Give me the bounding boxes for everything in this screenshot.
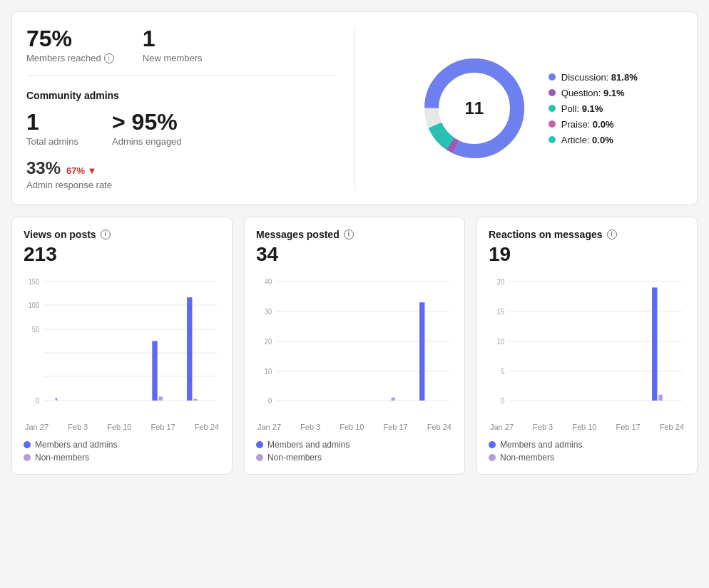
- svg-text:15: 15: [497, 308, 504, 316]
- messages-posted-card: Messages posted i 34 40 30 20 10 0: [244, 217, 465, 475]
- reactions-x-labels: Jan 27 Feb 3 Feb 10 Feb 17 Feb 24: [489, 423, 685, 431]
- svg-text:0: 0: [268, 397, 272, 405]
- new-members-value: 1: [143, 26, 203, 51]
- reactions-card-value: 19: [489, 243, 685, 266]
- svg-text:30: 30: [265, 308, 272, 316]
- messages-chart-svg: 40 30 20 10 0: [256, 274, 453, 417]
- views-nonmembers-dot: [24, 454, 31, 461]
- react-x-label-feb3: Feb 3: [533, 423, 553, 431]
- reactions-info-icon[interactable]: i: [607, 229, 617, 239]
- views-members-dot: [24, 441, 31, 448]
- reactions-chart-svg: 20 15 10 5 0: [489, 274, 685, 417]
- dashboard: 75% Members reached i 1 New members Comm…: [0, 0, 709, 486]
- reactions-card-title: Reactions on messages i: [489, 229, 685, 240]
- msg-x-label-feb24: Feb 24: [427, 423, 452, 431]
- reactions-legend-nonmembers: Non-members: [489, 453, 685, 463]
- views-info-icon[interactable]: i: [101, 229, 111, 239]
- svg-text:20: 20: [265, 338, 272, 346]
- admins-engaged-value: > 95%: [112, 110, 182, 135]
- messages-x-labels: Jan 27 Feb 3 Feb 10 Feb 17 Feb 24: [256, 423, 453, 431]
- views-chart-legend: Members and admins Non-members: [24, 440, 220, 463]
- svg-text:10: 10: [497, 338, 504, 346]
- views-legend-nonmembers: Non-members: [24, 453, 220, 463]
- messages-card-value: 34: [256, 243, 453, 266]
- members-reached-label: Members reached i: [26, 53, 114, 63]
- svg-text:20: 20: [497, 278, 504, 286]
- react-x-label-feb17: Feb 17: [616, 423, 640, 431]
- legend-item-discussion: Discussion: 81.8%: [549, 72, 638, 83]
- svg-text:0: 0: [36, 397, 39, 405]
- views-members-bar-feb17: [152, 341, 157, 401]
- x-label-feb3: Feb 3: [68, 423, 88, 431]
- views-legend-members: Members and admins: [24, 440, 220, 450]
- react-x-label-feb10: Feb 10: [572, 423, 596, 431]
- admin-response-rate-label: Admin response rate: [26, 180, 337, 190]
- svg-text:5: 5: [501, 368, 504, 376]
- admins-engaged-stat: > 95% Admins engaged: [112, 110, 182, 147]
- members-reached-info-icon[interactable]: i: [104, 53, 114, 63]
- donut-chart: 11: [417, 51, 531, 165]
- messages-info-icon[interactable]: i: [344, 229, 354, 239]
- messages-card-title: Messages posted i: [256, 229, 453, 240]
- admin-stats-row: 1 Total admins > 95% Admins engaged: [26, 110, 337, 147]
- reactions-legend-members: Members and admins: [489, 440, 685, 450]
- rate-down-arrow-icon: ▼: [88, 165, 97, 176]
- reactions-chart-area: 20 15 10 5 0: [489, 274, 685, 417]
- views-card-title: Views on posts i: [24, 229, 220, 240]
- legend-label-question: Question: 9.1%: [561, 88, 625, 98]
- views-card-value: 213: [24, 243, 220, 266]
- svg-text:100: 100: [29, 301, 39, 309]
- total-admins-value: 1: [26, 110, 83, 135]
- react-x-label-jan27: Jan 27: [490, 423, 514, 431]
- legend-item-article: Article: 0.0%: [549, 135, 638, 145]
- reactions-nonmembers-bar-feb24: [658, 395, 663, 401]
- legend-item-praise: Praise: 0.0%: [549, 119, 638, 130]
- react-x-label-feb24: Feb 24: [660, 423, 684, 431]
- reactions-members-dot: [489, 441, 496, 448]
- legend-item-question: Question: 9.1%: [549, 88, 638, 98]
- poll-dot: [549, 105, 556, 112]
- response-rate-row: 33% 67% ▼ Admin response rate: [26, 158, 337, 190]
- messages-nonmembers-dot: [256, 454, 263, 461]
- svg-text:40: 40: [265, 278, 272, 286]
- messages-nonmembers-bar-feb17: [392, 398, 396, 401]
- question-dot: [549, 89, 556, 96]
- msg-x-label-feb17: Feb 17: [383, 423, 407, 431]
- svg-text:50: 50: [32, 326, 39, 334]
- messages-members-bar-feb24: [419, 303, 424, 401]
- members-reached-stat: 75% Members reached i: [26, 26, 114, 63]
- legend-label-discussion: Discussion: 81.8%: [561, 72, 638, 83]
- article-dot: [549, 136, 556, 143]
- top-section: 75% Members reached i 1 New members Comm…: [11, 11, 698, 205]
- total-admins-label: Total admins: [26, 136, 83, 147]
- community-admins-section: Community admins 1 Total admins > 95% Ad…: [26, 90, 337, 190]
- legend-label-praise: Praise: 0.0%: [561, 119, 614, 130]
- donut-legend: Discussion: 81.8% Question: 9.1% Poll: 9…: [549, 72, 638, 145]
- reactions-card: Reactions on messages i 19 20 15 10 5: [476, 217, 698, 475]
- views-nonmembers-bar-feb17: [159, 397, 163, 401]
- legend-label-poll: Poll: 9.1%: [561, 103, 603, 114]
- views-on-posts-card: Views on posts i 213 150 100 50 0: [11, 217, 233, 475]
- messages-legend-members: Members and admins: [256, 440, 453, 450]
- members-reached-value: 75%: [26, 26, 114, 51]
- community-admins-title: Community admins: [26, 90, 337, 101]
- svg-text:0: 0: [501, 397, 504, 405]
- total-admins-stat: 1 Total admins: [26, 110, 83, 147]
- messages-legend-nonmembers: Non-members: [256, 453, 453, 463]
- msg-x-label-jan27: Jan 27: [257, 423, 281, 431]
- new-members-label: New members: [143, 53, 203, 63]
- views-chart-area: 150 100 50 0: [24, 274, 220, 417]
- admin-response-rate-change: 67% ▼: [66, 165, 97, 176]
- messages-chart-legend: Members and admins Non-members: [256, 440, 453, 463]
- admin-response-rate-value: 33%: [26, 158, 61, 177]
- reactions-members-bar-feb24: [652, 288, 657, 401]
- discussion-dot: [549, 73, 556, 81]
- legend-item-poll: Poll: 9.1%: [549, 103, 638, 114]
- donut-container: 11 Discussion: 81.8% Question: 9.1% Poll…: [417, 51, 638, 165]
- bottom-section: Views on posts i 213 150 100 50 0: [11, 217, 698, 475]
- msg-x-label-feb3: Feb 3: [300, 423, 320, 431]
- praise-dot: [549, 120, 556, 128]
- top-left-stats: 75% Members reached i 1 New members Comm…: [26, 26, 355, 190]
- x-label-feb10: Feb 10: [107, 423, 131, 431]
- legend-label-article: Article: 0.0%: [561, 135, 613, 145]
